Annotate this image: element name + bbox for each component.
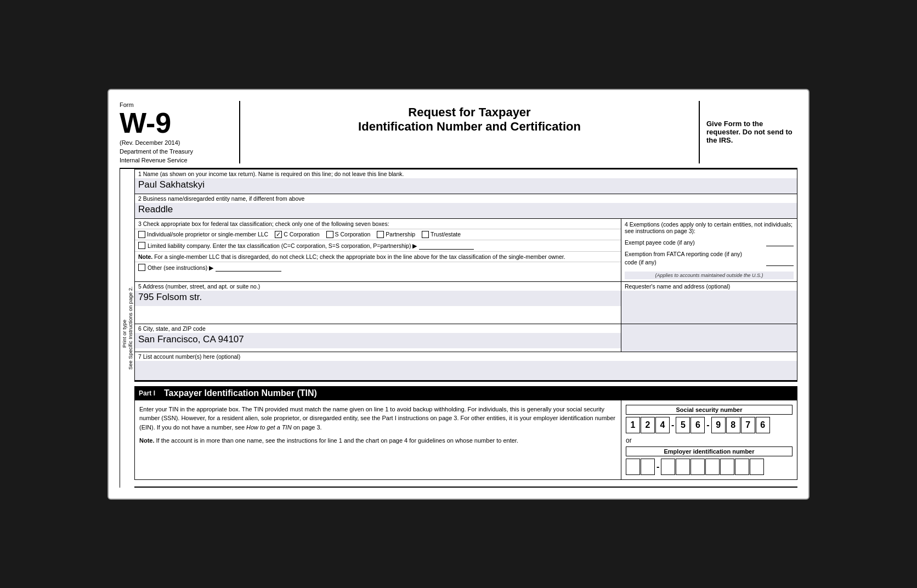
header-right: Give Form to the requester. Do not send … xyxy=(699,101,797,163)
checkbox-trust-box[interactable] xyxy=(422,231,429,238)
side-labels: Print or type See Specific Instructions … xyxy=(120,169,134,488)
form-w9: Form W-9 (Rev. December 2014) Department… xyxy=(107,89,810,500)
ssn-d1[interactable]: 1 xyxy=(626,417,640,433)
requester-city-value[interactable] xyxy=(621,324,797,352)
code-if-any: code (if any) xyxy=(625,259,656,265)
requester-value[interactable] xyxy=(621,291,797,324)
note-text: For a single-member LLC that is disregar… xyxy=(154,253,565,260)
ssn-d4[interactable]: 5 xyxy=(676,417,690,433)
part1-right-content: Social security number 1 2 4 - 5 6 - 9 8… xyxy=(621,400,797,479)
llc-underline[interactable] xyxy=(419,242,474,250)
ssn-d5[interactable]: 6 xyxy=(690,417,705,433)
fatca-label: Exemption from FATCA reporting code (if … xyxy=(625,251,794,257)
checkbox-trust-label: Trust/estate xyxy=(431,231,461,238)
ein-d4[interactable] xyxy=(676,459,690,475)
part1-title: Taxpayer Identification Number (TIN) xyxy=(164,388,317,398)
ein-label: Employer identification number xyxy=(626,446,793,456)
ein-d5[interactable] xyxy=(690,459,705,475)
part1-note2: Note. If the account is in more than one… xyxy=(139,436,616,445)
form-title-line2: Identification Number and Certification xyxy=(251,120,688,134)
note-label: Note. xyxy=(138,253,152,260)
ein-d8[interactable] xyxy=(735,459,749,475)
header-center: Request for Taxpayer Identification Numb… xyxy=(240,101,699,163)
field7-label: 7 List account number(s) here (optional) xyxy=(135,352,797,361)
checkbox-other-box[interactable] xyxy=(138,264,145,271)
fatca-input[interactable] xyxy=(766,258,794,266)
ein-d7[interactable] xyxy=(720,459,734,475)
checkbox-c-corp-label: C Corporation xyxy=(284,231,319,238)
checkbox-c-corp-box[interactable]: ✓ xyxy=(275,231,282,238)
part1-paragraph1: Enter your TIN in the appropriate box. T… xyxy=(139,405,616,432)
ein-digits: - xyxy=(626,459,793,475)
fatca-section: Exemption from FATCA reporting code (if … xyxy=(625,251,794,267)
header-left: Form W-9 (Rev. December 2014) Department… xyxy=(120,101,240,163)
applies-note: (Applies to accounts maintained outside … xyxy=(625,272,794,279)
checkbox-s-corp[interactable]: S Corporation xyxy=(326,231,371,238)
form-body-wrapper: Print or type See Specific Instructions … xyxy=(120,169,797,488)
ssn-d8[interactable]: 7 xyxy=(741,417,755,433)
exempt-payee-input[interactable] xyxy=(766,239,794,246)
field1-row: 1 Name (as shown on your income tax retu… xyxy=(135,169,797,194)
form-dept: Department of the Treasury xyxy=(120,148,233,155)
checkbox-c-corp[interactable]: ✓ C Corporation xyxy=(275,231,319,238)
form-irs: Internal Revenue Service xyxy=(120,157,233,163)
field4-label: 4 Exemptions (codes apply only to certai… xyxy=(625,221,794,234)
main-content: 1 Name (as shown on your income tax retu… xyxy=(134,169,797,488)
field6-section: 6 City, state, and ZIP code San Francisc… xyxy=(135,324,797,352)
note2-text: If the account is in more than one name,… xyxy=(155,437,518,444)
part1-body: Enter your TIN in the appropriate box. T… xyxy=(134,400,797,480)
ssn-digits: 1 2 4 - 5 6 - 9 8 7 6 xyxy=(626,417,793,433)
other-label: Other (see instructions) ▶ xyxy=(148,264,213,271)
checkbox-partnership-box[interactable] xyxy=(377,231,384,238)
field2-label: 2 Business name/disregarded entity name,… xyxy=(135,194,797,203)
ein-d3[interactable] xyxy=(661,459,675,475)
ssn-dash1: - xyxy=(670,420,675,430)
part1-body2: on page 3. xyxy=(292,424,322,431)
form-title-line1: Request for Taxpayer xyxy=(251,105,688,120)
part1-header: Part I Taxpayer Identification Number (T… xyxy=(134,386,797,400)
ssn-d3[interactable]: 4 xyxy=(655,417,670,433)
field7-value[interactable] xyxy=(135,361,797,381)
form-header: Form W-9 (Rev. December 2014) Department… xyxy=(120,101,797,169)
form-rev: (Rev. December 2014) xyxy=(120,139,233,146)
field7-row: 7 List account number(s) here (optional) xyxy=(135,352,797,381)
other-row: Other (see instructions) ▶ xyxy=(135,262,621,273)
ssn-d9[interactable]: 6 xyxy=(756,417,770,433)
classification-left: 3 Check appropriate box for federal tax … xyxy=(135,219,621,281)
requester-city-section xyxy=(621,324,797,352)
print-type-label: Print or type xyxy=(121,183,127,484)
checkbox-partnership[interactable]: Partnership xyxy=(377,231,415,238)
checkbox-trust[interactable]: Trust/estate xyxy=(422,231,461,238)
note2-label: Note. xyxy=(139,437,155,444)
classification-right: 4 Exemptions (codes apply only to certai… xyxy=(621,219,797,281)
checkbox-row-1: Individual/sole proprietor or single-mem… xyxy=(135,229,621,240)
checkbox-partnership-label: Partnership xyxy=(386,231,415,238)
ssn-d2[interactable]: 2 xyxy=(641,417,655,433)
note-row: Note. For a single-member LLC that is di… xyxy=(135,251,621,262)
checkbox-individual[interactable]: Individual/sole proprietor or single-mem… xyxy=(138,231,268,238)
give-form-text: Give Form to the requester. Do not send … xyxy=(706,120,797,144)
checkbox-individual-box[interactable] xyxy=(138,231,145,238)
llc-label: Limited liability company. Enter the tax… xyxy=(148,242,417,249)
field1-value[interactable]: Paul Sakhatskyi xyxy=(135,178,797,194)
ein-d1[interactable] xyxy=(626,459,640,475)
llc-row: Limited liability company. Enter the tax… xyxy=(135,240,621,251)
field6-label: 6 City, state, and ZIP code xyxy=(135,324,621,333)
or-text: or xyxy=(626,437,793,444)
other-underline[interactable] xyxy=(216,264,281,272)
part1-left-content: Enter your TIN in the appropriate box. T… xyxy=(135,400,621,479)
field2-row: 2 Business name/disregarded entity name,… xyxy=(135,194,797,219)
form-number: W-9 xyxy=(120,109,233,137)
field6-value[interactable]: San Francisco, CA 94107 xyxy=(135,333,621,348)
ssn-d6[interactable]: 9 xyxy=(711,417,726,433)
ein-d6[interactable] xyxy=(705,459,720,475)
field5-value[interactable]: 795 Folsom str. xyxy=(135,291,621,306)
ein-d2[interactable] xyxy=(641,459,655,475)
checkbox-llc-box[interactable] xyxy=(138,242,145,249)
ein-dash: - xyxy=(655,462,660,472)
see-instructions-label: See Specific Instructions on page 2. xyxy=(127,172,133,484)
ein-d9[interactable] xyxy=(750,459,764,475)
ssn-d7[interactable]: 8 xyxy=(726,417,740,433)
field2-value[interactable]: Readdle xyxy=(135,203,797,218)
checkbox-s-corp-box[interactable] xyxy=(326,231,333,238)
